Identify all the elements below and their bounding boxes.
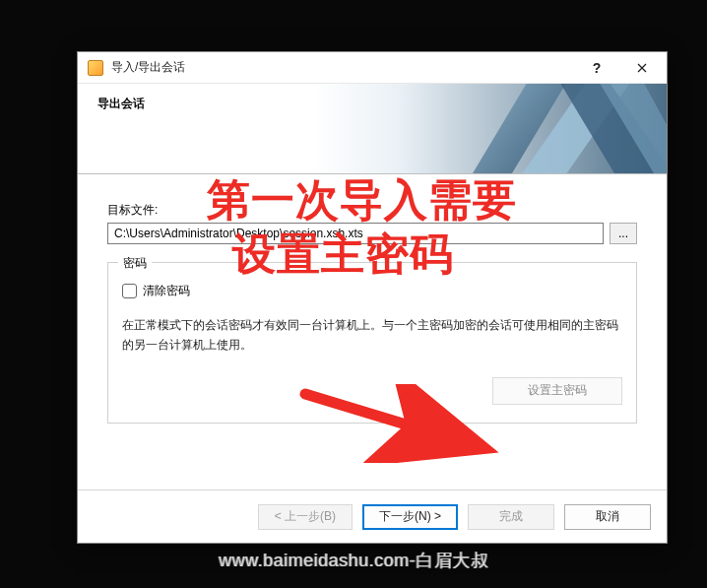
titlebar: 导入/导出会话 ? [78, 52, 667, 84]
clear-password-label: 清除密码 [143, 283, 190, 299]
target-file-row: ... [107, 223, 637, 244]
password-group: 密码 清除密码 在正常模式下的会话密码才有效同一台计算机上。与一个主密码加密的会… [107, 262, 637, 424]
app-icon [88, 60, 103, 76]
wizard-content: 目标文件: ... 密码 清除密码 在正常模式下的会话密码才有效同一台计算机上。… [78, 174, 667, 490]
set-master-password-button[interactable]: 设置主密码 [492, 377, 622, 405]
help-button[interactable]: ? [574, 53, 619, 83]
window-title: 导入/导出会话 [111, 59, 574, 76]
import-export-dialog: 导入/导出会话 ? 导出会话 目标文件: ... [77, 51, 668, 544]
close-icon [637, 63, 647, 73]
target-file-label: 目标文件: [107, 202, 637, 219]
wizard-footer: < 上一步(B) 下一步(N) > 完成 取消 [78, 490, 667, 543]
next-button[interactable]: 下一步(N) > [362, 504, 458, 530]
password-legend: 密码 [118, 255, 152, 272]
clear-password-row: 清除密码 [122, 283, 622, 299]
password-note: 在正常模式下的会话密码才有效同一台计算机上。与一个主密码加密的会话可使用相同的主… [122, 315, 622, 356]
clear-password-checkbox[interactable] [122, 284, 137, 298]
wizard-header: 导出会话 [78, 84, 667, 174]
brand-graphic [450, 84, 667, 174]
back-button[interactable]: < 上一步(B) [258, 504, 353, 530]
set-master-row: 设置主密码 [122, 377, 622, 405]
target-file-input[interactable] [107, 223, 604, 244]
finish-button[interactable]: 完成 [468, 504, 554, 530]
close-button[interactable] [619, 53, 665, 83]
browse-button[interactable]: ... [610, 223, 637, 244]
cancel-button[interactable]: 取消 [564, 504, 651, 530]
